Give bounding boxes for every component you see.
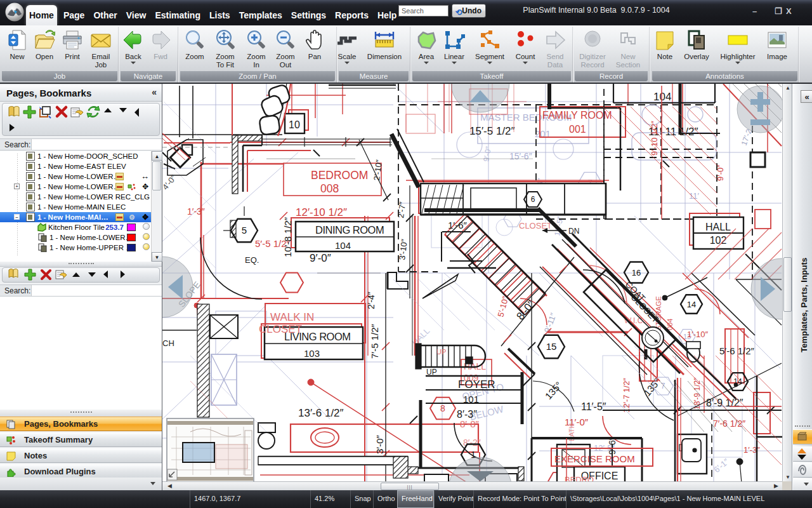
svg-text:103: 103 <box>304 348 320 359</box>
svg-text:104: 104 <box>335 240 351 251</box>
svg-text:5′-6 1/2″: 5′-6 1/2″ <box>719 345 755 356</box>
svg-text:8′-8″: 8′-8″ <box>460 418 479 429</box>
svg-text:12′-10 1/2″: 12′-10 1/2″ <box>296 206 347 218</box>
svg-text:FAMILY ROOM: FAMILY ROOM <box>542 110 612 121</box>
svg-text:CLOSET: CLOSET <box>259 323 302 335</box>
svg-text:2′-7″: 2′-7″ <box>396 201 407 219</box>
svg-text:5: 5 <box>242 225 247 236</box>
svg-text:3′-0″: 3′-0″ <box>374 435 385 454</box>
svg-text:DINING ROOM: DINING ROOM <box>315 224 384 236</box>
svg-text:12′-7 1/2″: 12′-7 1/2″ <box>622 378 631 413</box>
svg-text:15: 15 <box>546 341 557 352</box>
svg-text:UP: UP <box>436 348 446 356</box>
svg-text:11′: 11′ <box>689 191 699 201</box>
svg-text:008: 008 <box>320 182 339 195</box>
svg-text:14: 14 <box>687 300 696 309</box>
svg-text:13′-6 1/2″: 13′-6 1/2″ <box>298 407 344 419</box>
svg-text:EQ.: EQ. <box>245 255 259 265</box>
svg-text:FOYER: FOYER <box>458 378 495 391</box>
svg-text:1′-3″: 1′-3″ <box>743 445 760 455</box>
svg-text:1′-10″: 1′-10″ <box>687 330 708 339</box>
svg-text:10: 10 <box>289 119 300 130</box>
svg-text:15′-6″: 15′-6″ <box>509 151 532 161</box>
svg-text:9′-10 1/2″: 9′-10 1/2″ <box>650 121 659 156</box>
svg-text:10′-8 1/2″: 10′-8 1/2″ <box>282 217 293 257</box>
svg-text:6: 6 <box>531 195 535 204</box>
svg-text:001: 001 <box>569 124 586 135</box>
svg-text:3′-10″: 3′-10″ <box>397 238 409 260</box>
svg-text:6′-1″: 6′-1″ <box>712 457 731 474</box>
svg-text:HALL: HALL <box>705 222 731 232</box>
svg-text:9′-6″: 9′-6″ <box>607 437 617 455</box>
svg-text:BEDROOM: BEDROOM <box>311 169 368 182</box>
svg-text:16: 16 <box>632 268 641 277</box>
svg-text:135°: 135° <box>543 380 564 401</box>
svg-text:WALK IN: WALK IN <box>270 311 314 323</box>
svg-text:11′-5″: 11′-5″ <box>581 401 606 412</box>
svg-text:1′-3″: 1′-3″ <box>187 206 205 217</box>
svg-text:9′-0″: 9′-0″ <box>310 252 331 264</box>
svg-text:104: 104 <box>653 91 671 103</box>
svg-text:CH: CH <box>162 338 174 348</box>
svg-text:2′-4″: 2′-4″ <box>366 291 376 309</box>
svg-text:BEDRO: BEDRO <box>565 475 594 481</box>
svg-text:7′-5 1/2″: 7′-5 1/2″ <box>369 323 380 359</box>
svg-text:8′-3″: 8′-3″ <box>457 409 477 420</box>
svg-text:9′-0″: 9′-0″ <box>481 145 493 163</box>
svg-text:1′-6″: 1′-6″ <box>448 220 467 231</box>
svg-text:8: 8 <box>440 403 445 413</box>
svg-text:101: 101 <box>463 394 479 404</box>
